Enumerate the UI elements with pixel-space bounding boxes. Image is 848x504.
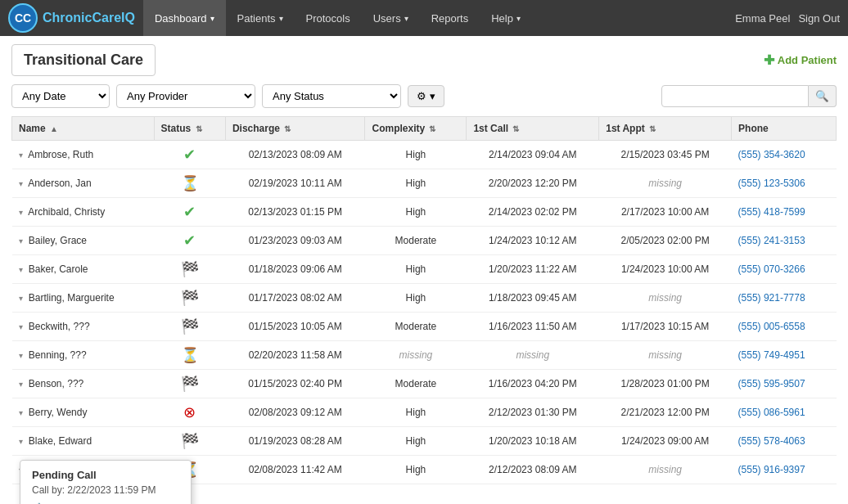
patient-name-link[interactable]: Bartling, Marguerite [29,292,115,304]
first-appt-cell: 2/15/2023 03:45 PM [599,141,732,169]
first-appt-cell: missing [599,284,732,313]
current-user: Emma Peel [735,12,790,25]
first-call-cell: missing [467,341,599,370]
complexity-cell: Moderate [365,370,467,398]
discharge-cell: 01/17/2023 08:02 AM [225,284,365,313]
discharge-cell: 02/13/2023 01:15 PM [225,198,365,227]
col-name[interactable]: Name ▲ [12,117,155,141]
expand-icon[interactable]: ▾ [19,437,23,446]
first-call-cell: 1/20/2023 11:22 AM [467,255,599,284]
first-call-cell: 2/20/2023 12:20 PM [467,169,599,198]
phone-cell[interactable]: (555) 005-6558 [732,313,837,341]
name-cell: ▾ Anderson, Jan [12,169,155,198]
patient-name-link[interactable]: Archibald, Christy [28,206,105,218]
phone-cell[interactable]: (555) 749-4951 [732,341,837,370]
status-flag-icon: 🏁 [181,261,199,277]
status-cell: ✔ [154,198,225,227]
discharge-cell: 01/18/2023 09:06 AM [225,255,365,284]
discharge-cell: 02/08/2023 11:42 AM [225,456,365,484]
name-cell: ▾ Bailey, Grace [12,227,155,255]
expand-icon[interactable]: ▾ [19,408,23,417]
nav-item-users[interactable]: Users ▾ [362,0,420,36]
status-cell: 🏁 [154,427,225,456]
phone-cell[interactable]: (555) 578-4063 [732,427,837,456]
phone-cell[interactable]: (555) 595-9507 [732,370,837,398]
status-cell: ⏳ [154,169,225,198]
expand-icon[interactable]: ▾ [19,351,23,360]
expand-icon[interactable]: ▾ [19,236,23,245]
nav-item-reports[interactable]: Reports [420,0,480,36]
expand-icon[interactable]: ▾ [19,294,23,303]
col-complexity[interactable]: Complexity ⇅ [365,117,467,141]
discharge-cell: 01/15/2023 10:05 AM [225,313,365,341]
patient-name-link[interactable]: Berry, Wendy [29,407,88,418]
date-filter[interactable]: Any Date [11,84,110,108]
expand-icon[interactable]: ▾ [19,380,23,389]
status-check-icon: ✔ [183,146,196,163]
top-nav: CC ChronicCareIQ Dashboard ▾ Patients ▾ … [0,0,848,36]
gear-button[interactable]: ⚙ ▾ [408,85,444,107]
search-area: 🔍 [661,85,837,107]
logo-area: CC ChronicCareIQ [8,3,135,33]
search-input[interactable] [661,85,809,107]
patient-name-link[interactable]: Bailey, Grace [29,235,87,246]
table-row: ▾ Berry, Wendy ⊗ 02/08/2023 09:12 AM Hig… [12,398,837,427]
col-discharge[interactable]: Discharge ⇅ [225,117,365,141]
table-row: ▾ Bartling, Marguerite 🏁 01/17/2023 08:0… [12,284,837,313]
nav-item-protocols[interactable]: Protocols [295,0,362,36]
first-call-cell: 1/16/2023 11:50 AM [467,313,599,341]
phone-cell[interactable]: (555) 086-5961 [732,398,837,427]
complexity-cell: High [365,398,467,427]
tooltip-call-by: Call by: 2/22/2023 11:59 PM [32,484,179,496]
name-cell: ▾ Benson, ??? [12,370,155,398]
discharge-cell: 02/13/2023 08:09 AM [225,141,365,169]
expand-icon[interactable]: ▾ [19,179,23,188]
name-cell: ▾ Berry, Wendy [12,398,155,427]
complexity-cell: Moderate [365,313,467,341]
nav-item-patients[interactable]: Patients ▾ [226,0,295,36]
patient-name-link[interactable]: Anderson, Jan [28,178,91,189]
discharge-cell: 01/15/2023 02:40 PM [225,370,365,398]
filters-row: Any Date Any Provider Any Status ⚙ ▾ 🔍 [11,84,837,108]
patient-name-link[interactable]: Ambrose, Ruth [28,149,93,160]
patient-name-link[interactable]: Benning, ??? [29,349,87,361]
status-flag-icon: 🏁 [181,290,199,306]
expand-icon[interactable]: ▾ [19,151,23,160]
add-patient-button[interactable]: ✚ Add Patient [764,52,837,68]
patient-name-link[interactable]: Benson, ??? [29,378,83,389]
status-cell: 🏁 [154,255,225,284]
col-first-call[interactable]: 1st Call ⇅ [467,117,599,141]
first-call-cell: 1/24/2023 10:12 AM [467,227,599,255]
first-appt-cell: 2/17/2023 10:00 AM [599,198,732,227]
complexity-cell: High [365,456,467,484]
expand-icon[interactable]: ▾ [19,265,23,274]
phone-cell[interactable]: (555) 123-5306 [732,169,837,198]
table-row: ▾ Anderson, Jan ⏳ 02/19/2023 10:11 AM Hi… [12,169,837,198]
patient-name-link[interactable]: Blake, Edward [29,435,92,447]
phone-cell[interactable]: (555) 354-3620 [732,141,837,169]
name-cell: ▾ Baker, Carole [12,255,155,284]
patient-name-link[interactable]: Baker, Carole [29,263,88,275]
phone-cell[interactable]: (555) 241-3153 [732,227,837,255]
patient-name-link[interactable]: Beckwith, ??? [29,321,90,332]
expand-icon[interactable]: ▾ [19,322,23,331]
phone-cell[interactable]: (555) 418-7599 [732,198,837,227]
provider-filter[interactable]: Any Provider [116,84,255,108]
nav-item-help[interactable]: Help ▾ [480,0,532,36]
status-cell: ⊗ [154,398,225,427]
expand-icon[interactable]: ▾ [19,208,23,217]
plus-icon: ✚ [764,52,774,68]
sign-out-link[interactable]: Sign Out [798,12,840,25]
col-status[interactable]: Status ⇅ [154,117,225,141]
first-call-cell: 2/14/2023 09:04 AM [467,141,599,169]
complexity-cell: High [365,198,467,227]
name-cell: ▾ Archibald, Christy [12,198,155,227]
status-filter[interactable]: Any Status [262,84,401,108]
phone-cell[interactable]: (555) 916-9397 [732,456,837,484]
nav-item-dashboard[interactable]: Dashboard ▾ [143,0,226,36]
phone-cell[interactable]: (555) 070-3266 [732,255,837,284]
status-cell: 🏁 [154,313,225,341]
search-button[interactable]: 🔍 [809,85,837,107]
phone-cell[interactable]: (555) 921-7778 [732,284,837,313]
col-first-appt[interactable]: 1st Appt ⇅ [599,117,732,141]
